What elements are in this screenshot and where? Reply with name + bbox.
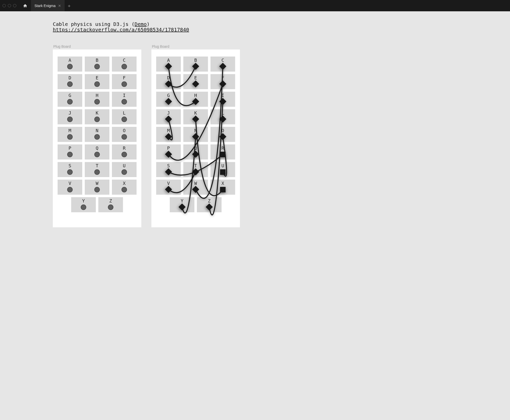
plug-cell-K[interactable]: K (183, 109, 208, 124)
plug-cell-F[interactable]: F (112, 74, 137, 89)
plug-cell-Q[interactable]: Q (85, 144, 109, 160)
plug-cell-L[interactable]: L (112, 109, 137, 124)
plug-cell-N[interactable]: N (183, 127, 208, 142)
new-tab-button[interactable]: ＋ (65, 0, 74, 11)
plug-cell-S[interactable]: S (58, 162, 82, 177)
plug-cell-label: K (96, 110, 99, 116)
plug-cell-R[interactable]: R (112, 144, 137, 160)
demo-link[interactable]: Demo (135, 21, 147, 27)
plug-cell-G[interactable]: G (156, 92, 181, 107)
plug-cell-I[interactable]: I (210, 92, 235, 107)
traffic-light-minimize[interactable] (8, 4, 11, 7)
plug-icon (192, 168, 199, 175)
plug-cell-R[interactable]: R (210, 144, 235, 160)
plug-cell-U[interactable]: U (112, 162, 137, 177)
plug-icon (219, 80, 226, 87)
plug-cell-J[interactable]: J (156, 109, 181, 124)
plug-icon (192, 186, 199, 193)
plug-cell-H[interactable]: H (183, 92, 208, 107)
plug-cell-W[interactable]: W (85, 180, 109, 195)
plug-cell-P[interactable]: P (156, 144, 181, 160)
plug-cell-label: Z (109, 198, 112, 203)
close-icon[interactable]: ✕ (58, 4, 61, 8)
plug-cell-L[interactable]: L (210, 109, 235, 124)
plug-cell-Z[interactable]: Z (197, 197, 222, 212)
plug-cell-Z[interactable]: Z (98, 197, 123, 212)
plug-cell-W[interactable]: W (183, 180, 208, 195)
plug-cell-X[interactable]: X (210, 180, 235, 195)
socket-icon (67, 169, 73, 175)
plus-icon: ＋ (67, 3, 71, 9)
plug-cell-label: V (167, 181, 170, 186)
plug-cell-N[interactable]: N (85, 127, 109, 142)
plug-cell-K[interactable]: K (85, 109, 109, 124)
plug-cell-O[interactable]: O (210, 127, 235, 142)
plug-icon (219, 98, 226, 105)
titlebar: Stark Enigma ✕ ＋ (0, 0, 510, 11)
plug-cell-V[interactable]: V (58, 180, 82, 195)
plug-cell-D[interactable]: D (156, 74, 181, 89)
plug-cell-label: T (194, 163, 197, 168)
plug-cell-A[interactable]: A (156, 57, 181, 72)
plug-cell-Y[interactable]: Y (170, 197, 194, 212)
plug-cell-G[interactable]: G (58, 92, 82, 107)
tab-active[interactable]: Stark Enigma ✕ (31, 0, 65, 11)
plug-cell-S[interactable]: S (156, 162, 181, 177)
plug-icon (219, 133, 226, 140)
plug-cell-J[interactable]: J (58, 109, 82, 124)
plug-cell-M[interactable]: M (58, 127, 82, 142)
plug-icon (192, 133, 199, 140)
plug-cell-E[interactable]: E (85, 74, 109, 89)
plug-icon (165, 116, 172, 123)
plug-cell-X[interactable]: X (112, 180, 137, 195)
plug-cell-B[interactable]: B (85, 57, 109, 72)
plug-cell-label: N (96, 128, 99, 133)
plug-cell-M[interactable]: M (156, 127, 181, 142)
plug-cell-T[interactable]: T (183, 162, 208, 177)
plug-cell-label: D (167, 75, 170, 80)
plug-icon (192, 151, 199, 158)
plug-cell-H[interactable]: H (85, 92, 109, 107)
traffic-light-zoom[interactable] (13, 4, 16, 7)
plug-cell-label: M (69, 128, 71, 133)
plug-cell-C[interactable]: C (112, 57, 137, 72)
stackoverflow-link[interactable]: https://stackoverflow.com/a/65098534/178… (53, 27, 189, 33)
plug-cell-A[interactable]: A (58, 57, 82, 72)
plugboard-left-grid: ABCDEFGHIJKLMNOPQRSTUVWX (56, 57, 138, 195)
socket-icon (121, 134, 127, 140)
plugboard-left-label: Plug Board (53, 44, 141, 48)
plug-cell-Y[interactable]: Y (71, 197, 96, 212)
plug-icon (165, 151, 172, 158)
plug-cell-C[interactable]: C (210, 57, 235, 72)
socket-icon (121, 117, 127, 122)
home-button[interactable] (21, 2, 29, 10)
plug-icon (220, 152, 226, 157)
socket-icon (94, 117, 100, 122)
plugboard-left-wrap: Plug Board ABCDEFGHIJKLMNOPQRSTUVWX YZ (53, 44, 141, 227)
plug-cell-E[interactable]: E (183, 74, 208, 89)
plug-cell-T[interactable]: T (85, 162, 109, 177)
plug-cell-O[interactable]: O (112, 127, 137, 142)
plug-cell-V[interactable]: V (156, 180, 181, 195)
tab-strip: Stark Enigma ✕ ＋ (31, 0, 74, 11)
socket-icon (94, 152, 100, 157)
socket-icon (94, 64, 100, 69)
traffic-light-close[interactable] (3, 4, 6, 7)
plug-cell-F[interactable]: F (210, 74, 235, 89)
socket-icon (67, 99, 73, 104)
plug-cell-label: E (194, 75, 197, 80)
plug-cell-B[interactable]: B (183, 57, 208, 72)
socket-icon (94, 99, 100, 104)
plug-icon (219, 116, 226, 123)
plug-cell-label: N (194, 128, 197, 133)
viewport[interactable]: Cable physics using D3.js (Demo) https:/… (0, 11, 510, 420)
plug-cell-D[interactable]: D (58, 74, 82, 89)
plug-cell-label: Q (96, 145, 99, 151)
plug-icon (165, 98, 172, 105)
plug-cell-P[interactable]: P (58, 144, 82, 160)
plug-cell-Q[interactable]: Q (183, 144, 208, 160)
plug-cell-I[interactable]: I (112, 92, 137, 107)
plug-cell-U[interactable]: U (210, 162, 235, 177)
boards-container: Plug Board ABCDEFGHIJKLMNOPQRSTUVWX YZ P… (53, 44, 510, 227)
plugboard-left-grid-lastrow: YZ (56, 197, 138, 212)
